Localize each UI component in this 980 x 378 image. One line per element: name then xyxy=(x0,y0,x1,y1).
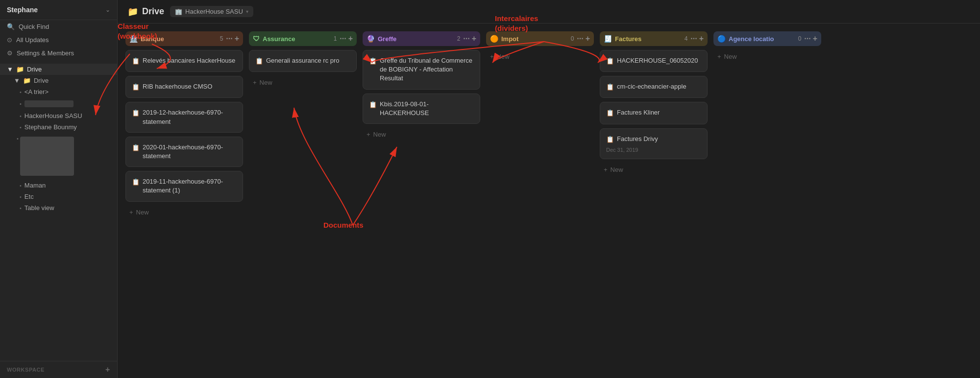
card-f4[interactable]: 📋 Factures Drivy Dec 31, 2019 xyxy=(600,128,708,159)
card-title-text: cm-cic-echeancier-apple xyxy=(617,82,686,91)
sidebar-item-a-trier[interactable]: • <A trier> xyxy=(0,86,117,97)
gear-icon: ⚙ xyxy=(7,49,13,57)
plus-icon: + xyxy=(604,166,608,173)
drive-sub-label: Drive xyxy=(34,77,49,84)
dots-icon[interactable]: ··· xyxy=(577,34,583,43)
banque-icon: 🏦 xyxy=(129,35,138,43)
impot-actions[interactable]: ··· + xyxy=(577,34,590,43)
greffe-count: 2 xyxy=(457,35,461,42)
sidebar-item-quick-find[interactable]: 🔍 Quick Find xyxy=(0,20,117,33)
updates-icon: ⊙ xyxy=(7,36,12,44)
add-column-button[interactable]: + xyxy=(699,34,704,43)
agence-icon: 🔵 xyxy=(717,35,726,43)
dots-icon[interactable]: ··· xyxy=(804,34,810,43)
doc-icon: 📋 xyxy=(606,83,614,92)
doc-icon: 📋 xyxy=(606,109,614,118)
sidebar-item-thumbnail[interactable]: • xyxy=(0,135,117,178)
assurance-actions[interactable]: ··· + xyxy=(340,34,353,43)
agence-actions[interactable]: ··· + xyxy=(804,34,817,43)
column-header-banque: 🏦 Banque 5 ··· + xyxy=(125,31,243,46)
add-new-assurance-button[interactable]: +New xyxy=(249,76,357,89)
card-b3[interactable]: 📋 2019-12-hackerhouse-6970-statement xyxy=(125,102,243,132)
card-b1[interactable]: 📋 Relevés bancaires HackerHouse xyxy=(125,50,243,72)
dots-icon[interactable]: ··· xyxy=(463,34,469,43)
add-new-factures-button[interactable]: +New xyxy=(600,163,708,176)
sidebar-item-drive-sub[interactable]: ▼ 📁 Drive xyxy=(0,75,117,86)
card-title: 📋 Kbis.2019-08-01-HACKERHOUSE xyxy=(369,100,474,118)
sidebar-item-maman[interactable]: • Maman xyxy=(0,180,117,191)
banque-actions[interactable]: ··· + xyxy=(226,34,239,43)
add-column-button[interactable]: + xyxy=(586,34,590,43)
factures-name: Factures xyxy=(615,35,682,43)
factures-actions[interactable]: ··· + xyxy=(690,34,704,43)
add-new-agence-button[interactable]: +New xyxy=(713,50,821,63)
add-new-greffe-button[interactable]: +New xyxy=(363,128,480,141)
plus-icon: + xyxy=(129,209,133,216)
add-workspace-button[interactable]: + xyxy=(105,365,110,374)
agence-count: 0 xyxy=(798,35,802,42)
card-b2[interactable]: 📋 RIB hackerhouse CMSO xyxy=(125,76,243,98)
workspace-name: Stephane xyxy=(7,6,103,14)
sidebar-item-settings[interactable]: ⚙ Settings & Members xyxy=(0,47,117,60)
factures-count: 4 xyxy=(685,35,688,42)
all-updates-label: All Updates xyxy=(16,36,49,44)
card-b5[interactable]: 📋 2019-11-hackerhouse-6970-statement (1) xyxy=(125,171,243,201)
sidebar-item-etc[interactable]: • Etc xyxy=(0,191,117,202)
kanban-column-factures: 🧾 Factures 4 ··· + 📋 HACKERHOUSE_0605202… xyxy=(600,31,708,176)
column-header-greffe: 🔮 Greffe 2 ··· + xyxy=(363,31,480,46)
blurred-placeholder xyxy=(24,100,74,107)
add-new-impot-button[interactable]: +New xyxy=(486,50,594,63)
card-f2[interactable]: 📋 cm-cic-echeancier-apple xyxy=(600,76,708,98)
bullet-icon: • xyxy=(20,89,22,95)
doc-icon: 📋 xyxy=(606,57,614,66)
bullet-icon-6: • xyxy=(20,183,22,189)
bullet-icon-5: • xyxy=(17,136,19,142)
workspace-header[interactable]: Stephane ⌄ xyxy=(0,0,117,20)
sidebar-item-hackerhouse[interactable]: • HackerHouse SASU xyxy=(0,110,117,121)
card-title-text: 2019-12-hackerhouse-6970-statement xyxy=(143,108,237,126)
column-header-assurance: 🛡 Assurance 1 ··· + xyxy=(249,31,357,46)
impot-name: Impot xyxy=(501,35,568,43)
card-a1[interactable]: 📋 Generali assurance rc pro xyxy=(249,50,357,72)
add-column-button[interactable]: + xyxy=(813,34,817,43)
maman-label: Maman xyxy=(24,182,46,189)
new-label: New xyxy=(497,53,510,60)
bullet-icon-7: • xyxy=(20,194,22,200)
dots-icon[interactable]: ··· xyxy=(340,34,346,43)
sidebar-item-stephane[interactable]: • Stephane Bounmy xyxy=(0,121,117,133)
card-b4[interactable]: 📋 2020-01-hackerhouse-6970-statement xyxy=(125,137,243,167)
main-content: 📁 Drive 🏢 HackerHouse SASU ▾ 🏦 Banque 5 … xyxy=(118,0,980,378)
a-trier-label: <A trier> xyxy=(24,88,49,95)
dots-icon[interactable]: ··· xyxy=(226,34,232,43)
kanban-column-assurance: 🛡 Assurance 1 ··· + 📋 Generali assurance… xyxy=(249,31,357,89)
card-f1[interactable]: 📋 HACKERHOUSE_06052020 xyxy=(600,50,708,72)
workspace-chevron-icon: ⌄ xyxy=(105,6,110,13)
assurance-count: 1 xyxy=(334,35,337,42)
card-title-text: HACKERHOUSE_06052020 xyxy=(617,56,698,65)
workspace-icon: 🏢 xyxy=(175,8,182,15)
doc-icon: 📋 xyxy=(132,109,140,118)
dots-icon[interactable]: ··· xyxy=(690,34,697,43)
sidebar-item-drive-root[interactable]: ▼ 📁 Drive xyxy=(0,64,117,75)
sidebar-item-table-view[interactable]: • Table view xyxy=(0,202,117,213)
assurance-name: Assurance xyxy=(263,35,331,43)
greffe-actions[interactable]: ··· + xyxy=(463,34,476,43)
workspace-badge[interactable]: 🏢 HackerHouse SASU ▾ xyxy=(170,6,253,17)
card-g2[interactable]: 📋 Kbis.2019-08-01-HACKERHOUSE xyxy=(363,94,480,124)
add-column-button[interactable]: + xyxy=(235,34,239,43)
workspace-footer-label: WORKSPACE xyxy=(7,367,45,373)
add-column-button[interactable]: + xyxy=(348,34,353,43)
workspace-footer: WORKSPACE + xyxy=(0,361,117,378)
sidebar-item-blurred[interactable]: • xyxy=(0,97,117,110)
greffe-icon: 🔮 xyxy=(367,35,375,43)
add-column-button[interactable]: + xyxy=(472,34,476,43)
card-f3[interactable]: 📋 Factures Kliner xyxy=(600,102,708,124)
card-title: 📋 RIB hackerhouse CMSO xyxy=(132,82,237,92)
card-g1[interactable]: 📋 Greffe du Tribunal de Commerce de BOBI… xyxy=(363,50,480,90)
card-title-text: Kbis.2019-08-01-HACKERHOUSE xyxy=(380,100,474,118)
sidebar-item-all-updates[interactable]: ⊙ All Updates xyxy=(0,33,117,47)
drive-folder-icon: 📁 xyxy=(16,66,24,73)
add-new-banque-button[interactable]: +New xyxy=(125,206,243,219)
drive-icon: 📁 xyxy=(127,6,138,17)
table-view-label: Table view xyxy=(24,204,54,212)
